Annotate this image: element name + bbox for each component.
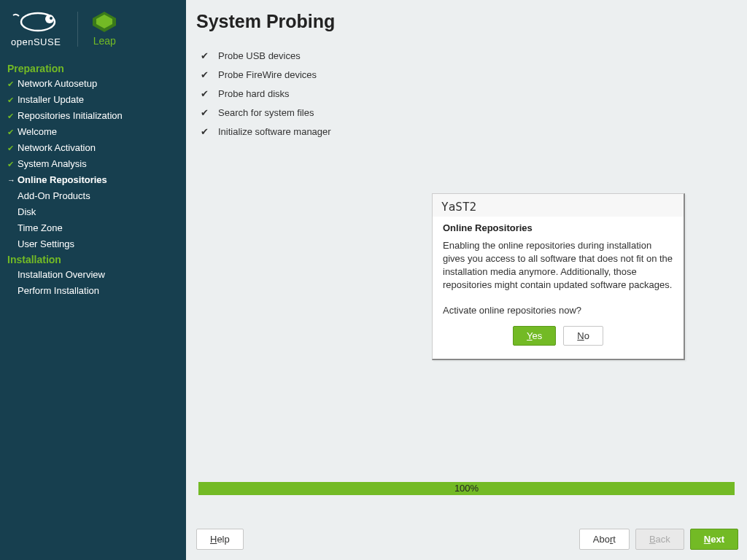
probe-list: ✔ Probe USB devices ✔ Probe FireWire dev… (186, 39, 747, 149)
check-icon: ✔ (196, 125, 218, 139)
dialog-buttons: Yes No (433, 316, 684, 359)
probe-item: ✔ Initialize software manager (196, 122, 737, 141)
dialog-question: Activate online repositories now? (443, 305, 673, 316)
probe-label: Initialize software manager (218, 125, 331, 139)
yes-button[interactable]: Yes (513, 326, 556, 346)
help-button[interactable]: Help (196, 529, 244, 550)
check-icon: ✔ (196, 106, 218, 120)
dialog-window-title: YaST2 (433, 194, 684, 217)
nav-item-time-zone: Time Zone (7, 220, 179, 236)
nav-item-network-autosetup: Network Autosetup (7, 76, 179, 92)
probe-item: ✔ Probe FireWire devices (196, 66, 737, 85)
next-button[interactable]: Next (690, 529, 738, 550)
nav-item-online-repositories: Online Repositories (7, 172, 179, 188)
nav-section-preparation: Preparation (7, 61, 179, 76)
leap-icon (93, 12, 116, 32)
nav: Preparation Network Autosetup Installer … (0, 58, 186, 302)
no-button[interactable]: No (563, 326, 603, 346)
gecko-icon (12, 12, 60, 34)
nav-item-system-analysis: System Analysis (7, 156, 179, 172)
leap-logo: Leap (77, 12, 116, 47)
sidebar: openSUSE Leap Preparation Network Autose… (0, 0, 186, 560)
main: System Probing ✔ Probe USB devices ✔ Pro… (186, 0, 747, 560)
dialog-heading: Online Repositories (443, 222, 673, 233)
nav-item-repos-init: Repositories Initialization (7, 108, 179, 124)
nav-item-user-settings: User Settings (7, 236, 179, 252)
probe-item: ✔ Probe hard disks (196, 85, 737, 104)
nav-item-network-activation: Network Activation (7, 140, 179, 156)
nav-item-welcome: Welcome (7, 124, 179, 140)
check-icon: ✔ (196, 50, 218, 63)
nav-item-installer-update: Installer Update (7, 92, 179, 108)
leap-label: Leap (93, 35, 116, 47)
dialog-online-repositories: YaST2 Online Repositories Enabling the o… (432, 193, 685, 360)
dialog-text: Enabling the online repositories during … (443, 239, 673, 292)
probe-item: ✔ Search for system files (196, 104, 737, 122)
opensuse-label: openSUSE (11, 36, 61, 47)
nav-item-installation-overview: Installation Overview (7, 267, 179, 283)
svg-point-2 (50, 17, 53, 20)
probe-label: Probe FireWire devices (218, 69, 317, 82)
nav-item-addon-products: Add-On Products (7, 188, 179, 204)
svg-point-1 (45, 15, 54, 23)
progress-area: 100% (198, 482, 735, 495)
dialog-body: Online Repositories Enabling the online … (433, 217, 684, 316)
progress-bar: 100% (198, 482, 735, 495)
probe-label: Probe hard disks (218, 88, 290, 101)
page-title: System Probing (186, 0, 747, 39)
nav-item-perform-installation: Perform Installation (7, 283, 179, 299)
opensuse-logo: openSUSE (11, 12, 61, 47)
probe-label: Search for system files (218, 106, 314, 120)
check-icon: ✔ (196, 88, 218, 101)
abort-button[interactable]: Abort (579, 529, 630, 550)
back-button[interactable]: Back (635, 529, 684, 550)
nav-item-disk: Disk (7, 204, 179, 220)
bottom-bar: Help Abort Back Next (196, 529, 738, 550)
probe-item: ✔ Probe USB devices (196, 47, 737, 66)
nav-section-installation: Installation (7, 252, 179, 267)
check-icon: ✔ (196, 69, 218, 82)
logo-area: openSUSE Leap (0, 0, 186, 58)
probe-label: Probe USB devices (218, 50, 301, 63)
